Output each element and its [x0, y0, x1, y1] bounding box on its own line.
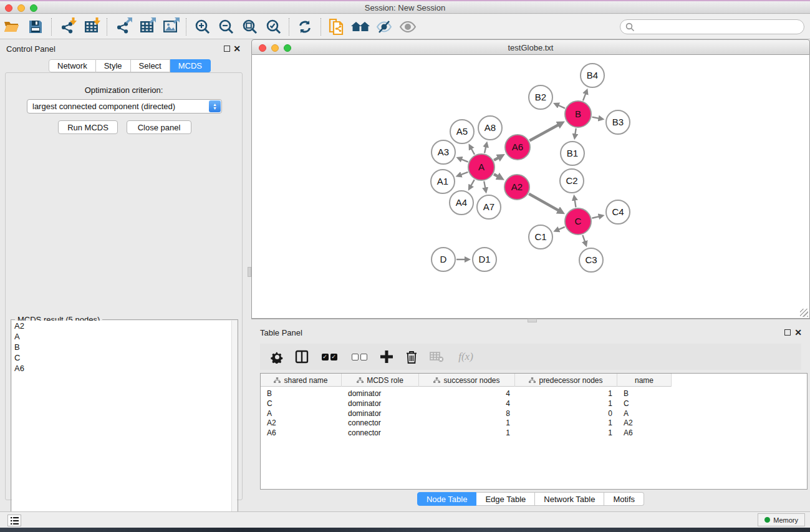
close-panel-button[interactable]: Close panel	[127, 120, 191, 134]
export-table-button[interactable]	[136, 17, 157, 37]
duplicate-network-button[interactable]	[326, 17, 347, 37]
splitter-grip[interactable]	[528, 319, 537, 322]
zoom-selected-button[interactable]	[263, 17, 284, 37]
cell-name[interactable]: A2	[617, 418, 672, 428]
delete-table-button[interactable]	[428, 349, 445, 365]
table-settings-button[interactable]	[269, 349, 285, 365]
node-A3[interactable]: A3	[432, 140, 455, 164]
add-column-button[interactable]	[378, 349, 395, 365]
tab-node-table[interactable]: Node Table	[417, 492, 477, 506]
edge-A-A5[interactable]	[471, 148, 475, 155]
zoom-fit-button[interactable]	[239, 17, 260, 37]
cell-predecessor-nodes[interactable]: 1	[515, 428, 617, 438]
network-window-titlebar[interactable]: testGlobe.txt	[251, 39, 810, 55]
cell-shared-name[interactable]: B	[261, 389, 342, 399]
edge-A6-B[interactable]	[529, 125, 558, 140]
function-builder-button[interactable]: f(x)	[453, 349, 478, 365]
network-graph[interactable]: B4B2BB3A5A8A6A3AB1A1C2A2A4A7CC4C1C3DD1	[252, 55, 809, 317]
node-C2[interactable]: C2	[560, 169, 584, 193]
cell-name[interactable]: C	[617, 399, 672, 409]
float-panel-icon[interactable]	[784, 329, 791, 336]
edge-B-B3[interactable]	[592, 117, 599, 118]
refresh-button[interactable]	[294, 17, 316, 37]
mcds-list-scrollbar[interactable]	[231, 321, 237, 530]
cell-predecessor-nodes[interactable]: 1	[515, 418, 617, 428]
delete-columns-button[interactable]	[403, 349, 420, 365]
column-header-MCDS-role[interactable]: MCDS role	[342, 374, 419, 387]
cell-name[interactable]: B	[617, 389, 672, 399]
run-mcds-button[interactable]: Run MCDS	[58, 120, 118, 134]
node-A[interactable]: A	[468, 154, 494, 180]
cell-name[interactable]: A6	[617, 428, 672, 438]
cell-predecessor-nodes[interactable]: 1	[515, 389, 617, 399]
cell-successor-nodes[interactable]: 4	[419, 389, 515, 399]
tab-edge-table[interactable]: Edge Table	[476, 492, 535, 506]
cell-successor-nodes[interactable]: 1	[419, 428, 515, 438]
node-A7[interactable]: A7	[477, 195, 501, 219]
cell-predecessor-nodes[interactable]: 1	[515, 399, 617, 409]
criterion-dropdown[interactable]: largest connected component (directed) ▲…	[27, 99, 222, 114]
export-image-button[interactable]	[160, 17, 181, 37]
cell-name[interactable]: A	[617, 409, 672, 418]
node-table[interactable]: shared nameMCDS rolesuccessor nodesprede…	[260, 373, 808, 490]
table-row[interactable]: A2connector11A2	[261, 418, 672, 428]
edge-A-A1[interactable]	[461, 172, 468, 175]
mcds-result-item[interactable]: A	[12, 331, 237, 342]
edge-A-A2[interactable]	[494, 174, 498, 177]
cell-MCDS-role[interactable]: connector	[342, 418, 419, 428]
node-A4[interactable]: A4	[450, 191, 473, 215]
edge-A-A7[interactable]	[484, 181, 485, 188]
node-B3[interactable]: B3	[606, 110, 630, 134]
cell-successor-nodes[interactable]: 8	[419, 409, 515, 418]
column-header-name[interactable]: name	[617, 374, 672, 387]
export-network-button[interactable]	[112, 17, 133, 37]
edge-C-C4[interactable]	[592, 216, 599, 218]
cell-successor-nodes[interactable]: 1	[419, 418, 515, 428]
home-button[interactable]	[350, 17, 371, 37]
edge-A-A4[interactable]	[471, 180, 475, 186]
tab-select[interactable]: Select	[131, 59, 170, 72]
node-C[interactable]: C	[565, 208, 591, 235]
tab-style[interactable]: Style	[96, 59, 131, 72]
node-A1[interactable]: A1	[431, 170, 455, 193]
search-input[interactable]	[620, 19, 804, 34]
node-D[interactable]: D	[432, 248, 455, 271]
tab-mcds[interactable]: MCDS	[170, 59, 211, 72]
edge-B-B2[interactable]	[558, 105, 565, 109]
cell-shared-name[interactable]: A6	[261, 428, 342, 438]
edge-A-A8[interactable]	[485, 147, 486, 153]
select-all-checkboxes-button[interactable]: ✓ ✓	[319, 349, 340, 365]
table-row[interactable]: A6connector11A6	[261, 428, 672, 438]
mcds-result-item[interactable]: C	[12, 352, 237, 363]
node-B[interactable]: B	[565, 101, 591, 127]
edge-C-C3[interactable]	[582, 235, 585, 242]
open-session-button[interactable]	[1, 17, 22, 37]
mcds-result-list[interactable]: A2ABCA6	[12, 321, 237, 530]
column-header-shared-name[interactable]: shared name	[261, 374, 342, 387]
cell-predecessor-nodes[interactable]: 0	[515, 409, 617, 418]
table-row[interactable]: Bdominator41B	[261, 389, 672, 399]
column-header-predecessor-nodes[interactable]: predecessor nodes	[515, 374, 617, 387]
cell-shared-name[interactable]: A2	[261, 418, 342, 428]
node-A5[interactable]: A5	[450, 120, 474, 143]
edge-C-C1[interactable]	[559, 227, 565, 230]
window-resize-grip[interactable]	[800, 309, 808, 317]
memory-button[interactable]: Memory	[758, 513, 805, 526]
edge-B-B1[interactable]	[575, 128, 576, 135]
tab-motifs[interactable]: Motifs	[604, 492, 644, 506]
network-canvas[interactable]: B4B2BB3A5A8A6A3AB1A1C2A2A4A7CC4C1C3DD1	[251, 55, 810, 319]
tab-network[interactable]: Network	[49, 59, 96, 72]
zoom-out-button[interactable]	[215, 17, 236, 37]
tab-network-table[interactable]: Network Table	[535, 492, 604, 506]
mcds-result-item[interactable]: B	[12, 342, 237, 352]
task-history-button[interactable]	[7, 515, 21, 526]
node-B4[interactable]: B4	[581, 64, 604, 87]
zoom-in-button[interactable]	[191, 17, 213, 37]
show-graphics-details-button[interactable]	[397, 17, 418, 37]
mcds-result-item[interactable]: A6	[12, 363, 237, 374]
node-A2[interactable]: A2	[504, 175, 529, 200]
cell-shared-name[interactable]: A	[261, 409, 342, 418]
edge-C-C2[interactable]	[575, 200, 576, 208]
node-C3[interactable]: C3	[579, 248, 603, 272]
mcds-result-item[interactable]: A2	[12, 321, 237, 331]
